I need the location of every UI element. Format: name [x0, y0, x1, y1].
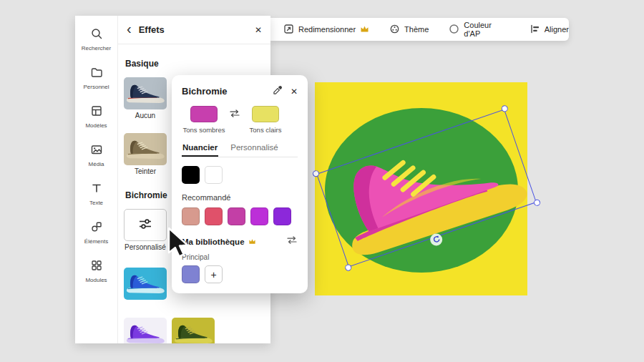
sidebar-item-label: Éléments [84, 238, 108, 245]
align-button[interactable]: Aligner [530, 24, 569, 36]
swatch-white[interactable] [205, 166, 223, 184]
panel-title: Effets [139, 24, 165, 35]
sidebar-item-modules[interactable]: Modules [75, 252, 117, 290]
base-swatches-row [182, 166, 298, 184]
folder-icon [90, 66, 103, 82]
library-label: Ma bibliothèque [182, 238, 245, 246]
effects-panel-header: ‹ Effets ✕ [118, 16, 270, 44]
resize-icon [283, 24, 294, 36]
sidebar-item-label: Texte [89, 200, 103, 206]
shadows-swatch[interactable] [190, 106, 218, 122]
sidebar-item-texte[interactable]: Texte [75, 175, 117, 213]
recommended-swatch-2[interactable] [205, 207, 223, 225]
duotone-colors-row: Tons sombres Tons clairs [182, 106, 298, 134]
text-icon [90, 182, 103, 197]
sidebar-item-label: Rechercher [82, 45, 111, 52]
rotate-handle[interactable] [430, 233, 442, 245]
shadows-label: Tons sombres [182, 126, 225, 134]
library-row: Ma bibliothèque [182, 236, 298, 247]
background-color-label: Couleur d'AP [464, 21, 509, 38]
library-swatches-row: + [182, 265, 298, 283]
close-popup-button[interactable]: ✕ [291, 86, 298, 97]
effect-preview-art [124, 77, 167, 109]
effect-preview-art [172, 318, 215, 343]
effect-option-teinter[interactable] [124, 133, 167, 165]
add-color-button[interactable]: + [205, 265, 223, 283]
principal-swatch[interactable] [182, 265, 200, 283]
recommended-label: Recommandé [182, 193, 298, 202]
background-color-button[interactable]: Couleur d'AP [449, 21, 509, 38]
recommended-swatch-5[interactable] [273, 207, 291, 225]
app-window: Rechercher Personnel Modèles Média Texte… [0, 0, 644, 362]
shadows-color-group: Tons sombres [182, 106, 226, 134]
library-label-group: Ma bibliothèque [182, 238, 256, 246]
swatch-black[interactable] [182, 166, 200, 184]
effect-label-aucun: Aucun [121, 112, 170, 119]
rotate-icon [432, 233, 441, 246]
bichromie-popup: Bichromie ✕ Tons sombres Tons clairs Nua… [172, 75, 308, 293]
plus-icon: + [210, 269, 216, 280]
theme-icon [389, 24, 400, 36]
recommended-swatches-row [182, 207, 298, 225]
align-label: Aligner [545, 25, 569, 34]
swap-colors-button[interactable] [229, 109, 240, 120]
back-button[interactable]: ‹ [127, 24, 132, 36]
sidebar-item-elements[interactable]: Éléments [75, 213, 117, 252]
background-color-icon [449, 24, 459, 36]
library-sync-button[interactable] [286, 236, 298, 247]
effect-label-personnaliser: Personnalisé [121, 243, 170, 251]
sliders-icon [137, 216, 153, 235]
sidebar-item-media[interactable]: Média [75, 136, 117, 175]
principal-label: Principal [182, 253, 298, 261]
effect-preview-art [124, 133, 167, 165]
popup-header: Bichromie ✕ [182, 84, 298, 97]
section-title-basique: Basique [125, 59, 159, 69]
effect-preview-art [124, 318, 167, 343]
sidebar-item-label: Modèles [85, 122, 107, 129]
resize-button[interactable]: Redimensionner [283, 24, 369, 36]
popup-title: Bichromie [182, 86, 228, 97]
sidebar-item-modeles[interactable]: Modèles [75, 97, 117, 136]
effect-label-teinter: Teinter [121, 167, 170, 175]
chevron-left-icon: ‹ [127, 21, 132, 36]
highlights-color-group: Tons clairs [243, 106, 288, 134]
resize-label: Redimensionner [298, 25, 356, 34]
premium-crown-icon [248, 238, 256, 246]
elements-icon [90, 220, 103, 236]
close-icon: ✕ [291, 87, 298, 97]
effect-option-personnaliser[interactable] [124, 209, 167, 241]
close-icon: ✕ [255, 25, 262, 35]
sidebar-item-personnel[interactable]: Personnel [75, 59, 117, 97]
sidebar-rail: Rechercher Personnel Modèles Média Texte… [75, 16, 118, 343]
tab-personnalise[interactable]: Personnalisé [230, 140, 278, 157]
close-effects-button[interactable]: ✕ [255, 24, 262, 35]
align-icon [530, 24, 540, 36]
recommended-swatch-4[interactable] [250, 207, 268, 225]
highlights-swatch[interactable] [252, 106, 279, 122]
sidebar-item-label: Média [89, 161, 104, 167]
sidebar-item-label: Personnel [83, 84, 109, 90]
sidebar-item-rechercher[interactable]: Rechercher [75, 20, 117, 59]
tab-nuancier[interactable]: Nuancier [182, 140, 218, 157]
theme-button[interactable]: Thème [389, 24, 429, 36]
effect-preview-art [124, 268, 167, 300]
effect-option-aucun[interactable] [124, 77, 167, 109]
highlights-label: Tons clairs [250, 126, 282, 134]
modules-icon [90, 259, 103, 275]
theme-label: Thème [404, 25, 429, 34]
effect-option-duotone-purple[interactable] [124, 318, 167, 343]
search-icon [90, 27, 103, 43]
media-icon [90, 143, 103, 159]
effect-option-duotone-olive[interactable] [172, 318, 215, 343]
popup-tabs: Nuancier Personnalisé [182, 140, 298, 157]
templates-icon [90, 104, 103, 120]
recommended-swatch-3[interactable] [228, 207, 245, 225]
section-title-bichromie: Bichromie [125, 190, 167, 200]
effect-option-duotone-blue[interactable] [124, 268, 167, 300]
recommended-swatch-1[interactable] [182, 207, 200, 225]
premium-crown-icon [360, 25, 369, 34]
context-toolbar: Redimensionner Thème Couleur d'AP Aligne… [270, 18, 569, 41]
sidebar-item-label: Modules [85, 277, 107, 283]
eyedropper-button[interactable] [273, 84, 283, 97]
